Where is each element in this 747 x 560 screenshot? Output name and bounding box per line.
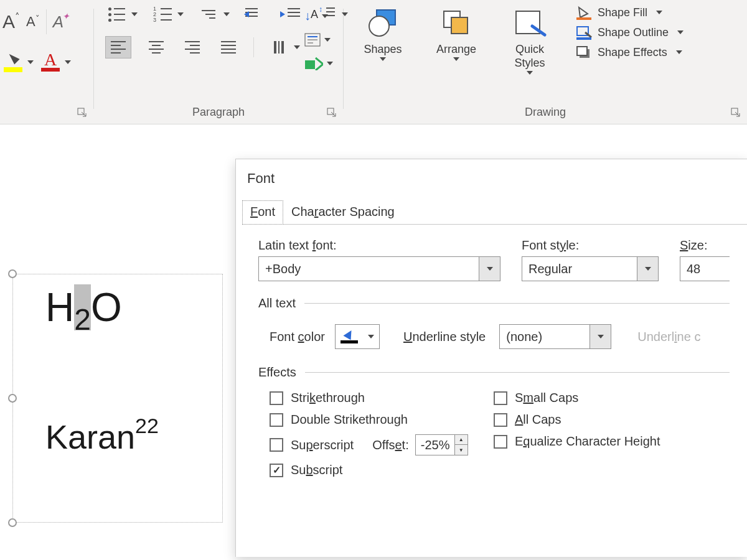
paragraph-group-label: Paragraph	[94, 106, 343, 119]
drawing-group-launcher[interactable]	[731, 108, 742, 119]
chevron-down-icon	[324, 38, 331, 42]
align-left-button[interactable]	[105, 36, 131, 58]
size-value: 48	[680, 262, 730, 276]
shape-effects-label: Shape Effects	[598, 46, 667, 59]
font-color-button[interactable]: A	[40, 53, 71, 72]
effects-label: Effects	[258, 365, 296, 380]
paragraph-group-launcher[interactable]	[327, 108, 338, 119]
text-highlight-color-button[interactable]	[2, 52, 34, 72]
shapes-gallery-button[interactable]: Shapes	[355, 5, 411, 61]
shapes-label: Shapes	[364, 42, 402, 56]
size-spinner[interactable]: 48	[680, 256, 730, 281]
chevron-down-icon	[453, 57, 459, 61]
ribbon-group-drawing: Shapes Arrange	[344, 5, 747, 123]
chevron-down-icon	[327, 62, 333, 65]
chevron-down-icon	[177, 12, 184, 16]
bullets-button[interactable]	[105, 5, 138, 24]
svg-point-8	[369, 16, 389, 36]
ribbon-group-paragraph: 1 2 3	[94, 5, 343, 123]
text-subscript-2: 2	[74, 303, 91, 336]
double-strikethrough-checkbox[interactable]: Double Strikethrough	[270, 413, 494, 427]
latin-font-combo[interactable]: +Body	[258, 256, 500, 281]
equalize-height-checkbox[interactable]: Equalize Character Height	[494, 434, 660, 449]
increase-font-size-button[interactable]: A˄	[2, 11, 20, 32]
offset-value: -25%	[416, 435, 454, 455]
svg-rect-12	[576, 17, 591, 20]
numbering-button[interactable]: 1 2 3	[151, 5, 184, 24]
decrease-indent-button[interactable]	[243, 5, 266, 24]
chevron-down-icon[interactable]	[479, 257, 500, 281]
font-dialog: Font Font Character Spacing Latin text f…	[235, 159, 747, 557]
justify-button[interactable]	[217, 38, 240, 57]
latin-font-value: +Body	[259, 262, 479, 276]
slide-text-h2o[interactable]: H2O	[45, 284, 122, 330]
align-right-button[interactable]	[181, 38, 204, 57]
tab-character-spacing[interactable]: Character Spacing	[283, 200, 403, 225]
shapes-icon	[365, 7, 400, 37]
chevron-down-icon	[527, 71, 533, 75]
text-direction-button[interactable]: ↓A	[304, 9, 333, 23]
font-group-launcher[interactable]	[77, 108, 88, 119]
text-o: O	[91, 285, 122, 330]
align-text-button[interactable]	[304, 33, 333, 47]
font-color-a-icon: A	[44, 53, 57, 67]
size-label: Size:	[680, 238, 730, 253]
increase-indent-button[interactable]	[280, 5, 302, 24]
shape-fill-label: Shape Fill	[598, 6, 647, 19]
resize-handle[interactable]	[8, 269, 17, 278]
clear-formatting-button[interactable]: A✦	[53, 12, 63, 32]
align-text-icon	[304, 33, 321, 47]
chevron-down-icon	[131, 12, 138, 16]
shape-fill-button[interactable]: Shape Fill	[575, 5, 684, 20]
arrange-label: Arrange	[436, 42, 476, 56]
shape-fill-icon	[575, 5, 593, 20]
underline-style-label: Underline style	[403, 330, 486, 344]
svg-rect-14	[576, 37, 591, 40]
chevron-down-icon	[322, 14, 328, 18]
font-style-combo[interactable]: Regular	[522, 256, 659, 281]
chevron-down-icon	[676, 50, 682, 54]
quick-styles-button[interactable]: QuickStyles	[502, 5, 558, 75]
underline-color-label: Underline c	[637, 330, 700, 344]
chevron-down-icon	[368, 335, 374, 338]
svg-rect-5	[305, 60, 315, 69]
underline-style-combo[interactable]: (none)	[499, 324, 611, 349]
shape-effects-icon	[575, 45, 593, 60]
all-text-label: All text	[258, 296, 296, 310]
convert-to-smartart-button[interactable]	[304, 57, 333, 70]
spinner-down[interactable]: ▼	[455, 445, 467, 455]
latin-font-label: Latin text font:	[258, 238, 500, 253]
bucket-icon	[343, 328, 355, 340]
list-levels-button[interactable]	[197, 5, 230, 24]
font-color-bar	[41, 68, 60, 72]
align-center-button[interactable]	[145, 38, 167, 57]
smartart-icon	[304, 57, 323, 70]
resize-handle[interactable]	[8, 394, 17, 403]
arrange-button[interactable]: Arrange	[428, 5, 484, 61]
chevron-down-icon[interactable]	[637, 257, 658, 281]
chevron-down-icon	[65, 60, 71, 64]
offset-spinner[interactable]: -25% ▲▼	[415, 434, 468, 455]
ribbon-group-font: A˄ A˅ A✦ A	[0, 5, 93, 123]
arrange-icon	[439, 7, 474, 37]
all-caps-checkbox[interactable]: All Caps	[494, 413, 660, 427]
tab-font[interactable]: Font	[242, 200, 283, 225]
strikethrough-checkbox[interactable]: Strikethrough	[270, 391, 494, 405]
columns-button[interactable]	[268, 38, 300, 57]
font-color-picker[interactable]	[335, 324, 380, 349]
highlighter-icon	[6, 51, 19, 64]
small-caps-checkbox[interactable]: Small Caps	[494, 391, 660, 405]
spinner-up[interactable]: ▲	[455, 435, 467, 445]
shape-effects-button[interactable]: Shape Effects	[575, 45, 684, 60]
decrease-font-size-button[interactable]: A˅	[26, 14, 40, 30]
quick-styles-label: QuickStyles	[514, 42, 545, 70]
resize-handle[interactable]	[8, 518, 17, 527]
svg-rect-16	[577, 47, 587, 55]
shape-outline-button[interactable]: Shape Outline	[575, 25, 684, 40]
subscript-checkbox[interactable]: ✓Subscript	[270, 463, 494, 477]
chevron-down-icon[interactable]	[590, 325, 611, 348]
superscript-checkbox[interactable]: Superscript Offset: -25% ▲▼	[270, 434, 494, 455]
text-box[interactable]: H2O Karan22	[12, 274, 223, 523]
slide-text-karan[interactable]: Karan22	[45, 418, 159, 456]
font-color-label: Font color	[270, 330, 325, 344]
